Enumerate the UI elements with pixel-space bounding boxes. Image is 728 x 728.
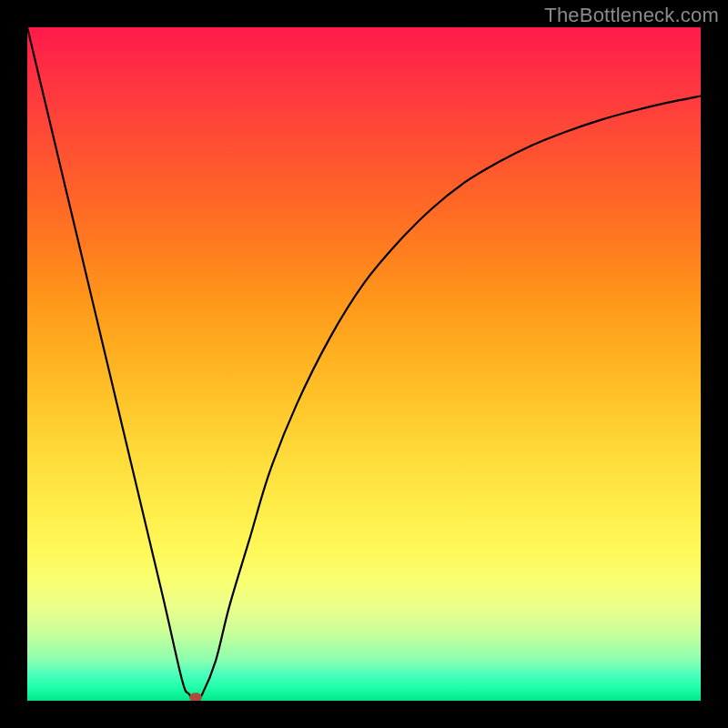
- plot-area: [27, 27, 701, 701]
- chart-frame: TheBottleneck.com: [0, 0, 728, 728]
- bottleneck-curve: [27, 27, 701, 701]
- watermark-text: TheBottleneck.com: [544, 4, 719, 27]
- curve-layer: [27, 27, 701, 701]
- marker-dot: [189, 693, 202, 701]
